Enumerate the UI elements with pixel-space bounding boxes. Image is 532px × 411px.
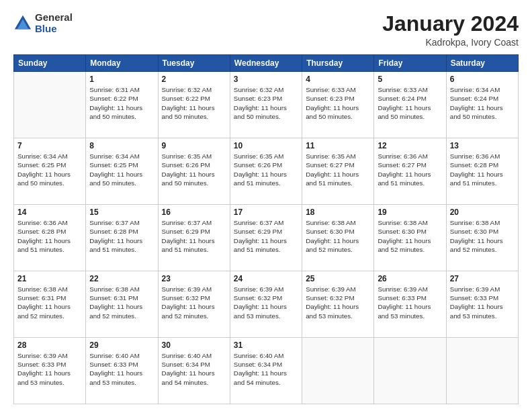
header-day-friday: Friday <box>374 55 446 72</box>
day-info-line: Daylight: 11 hours <box>378 104 431 111</box>
day-info-line: Sunset: 6:30 PM <box>306 228 354 235</box>
day-number: 14 <box>17 208 82 217</box>
day-info-line: Daylight: 11 hours <box>89 171 142 178</box>
day-info-line: Sunrise: 6:35 AM <box>162 152 212 160</box>
logo-general-text: General <box>35 12 73 24</box>
week-row-0: 1Sunrise: 6:31 AMSunset: 6:22 PMDaylight… <box>14 72 519 138</box>
day-number: 3 <box>234 75 298 84</box>
day-cell-26: 26Sunrise: 6:39 AMSunset: 6:33 PMDayligh… <box>374 271 446 338</box>
day-info-line: Daylight: 11 hours <box>162 237 215 244</box>
header-day-sunday: Sunday <box>14 55 86 72</box>
day-info-line: Daylight: 11 hours <box>234 303 287 310</box>
day-cell-21: 21Sunrise: 6:38 AMSunset: 6:31 PMDayligh… <box>14 271 86 338</box>
page: General Blue January 2024 Kadrokpa, Ivor… <box>0 0 532 411</box>
day-info-line: Sunrise: 6:33 AM <box>306 86 356 93</box>
day-number: 25 <box>306 274 370 283</box>
logo-icon <box>13 14 32 33</box>
day-info-line: Sunset: 6:23 PM <box>306 95 354 102</box>
day-info-line: Sunrise: 6:37 AM <box>234 219 284 226</box>
day-info-line: Daylight: 11 hours <box>234 369 287 377</box>
day-info-line: Sunset: 6:24 PM <box>450 95 498 102</box>
day-info: Sunrise: 6:33 AMSunset: 6:23 PMDaylight:… <box>306 85 370 121</box>
day-info-line: Sunrise: 6:39 AM <box>17 352 68 359</box>
day-info-line: Sunrise: 6:35 AM <box>234 152 284 160</box>
day-info-line: Sunset: 6:28 PM <box>89 228 138 235</box>
day-number: 26 <box>378 274 442 283</box>
day-info-line: Daylight: 11 hours <box>17 237 71 244</box>
day-info-line: and 53 minutes. <box>89 379 136 386</box>
day-info-line: Daylight: 11 hours <box>162 303 215 310</box>
day-cell-22: 22Sunrise: 6:38 AMSunset: 6:31 PMDayligh… <box>86 271 158 338</box>
day-number: 29 <box>89 340 154 350</box>
day-info-line: Sunset: 6:30 PM <box>450 228 498 235</box>
day-info-line: Sunrise: 6:34 AM <box>17 152 68 160</box>
day-info: Sunrise: 6:40 AMSunset: 6:34 PMDaylight:… <box>234 351 298 387</box>
day-info-line: and 53 minutes. <box>306 312 353 320</box>
day-info-line: Sunset: 6:32 PM <box>162 294 210 302</box>
day-number: 27 <box>450 274 515 283</box>
day-info-line: Sunset: 6:22 PM <box>162 95 210 102</box>
header-day-tuesday: Tuesday <box>158 55 230 72</box>
day-info: Sunrise: 6:40 AMSunset: 6:33 PMDaylight:… <box>89 351 154 387</box>
day-info-line: Sunset: 6:33 PM <box>17 361 66 368</box>
day-cell-3: 3Sunrise: 6:32 AMSunset: 6:23 PMDaylight… <box>230 72 302 138</box>
day-info-line: and 51 minutes. <box>162 246 209 253</box>
empty-cell <box>302 338 374 404</box>
day-info-line: Daylight: 11 hours <box>17 303 71 310</box>
day-info-line: and 52 minutes. <box>450 246 497 253</box>
day-info: Sunrise: 6:33 AMSunset: 6:24 PMDaylight:… <box>378 85 442 121</box>
day-info: Sunrise: 6:39 AMSunset: 6:33 PMDaylight:… <box>378 285 442 320</box>
day-info-line: and 52 minutes. <box>306 246 353 253</box>
day-info-line: Sunrise: 6:40 AM <box>234 352 284 359</box>
day-info-line: and 51 minutes. <box>234 179 281 187</box>
day-info-line: Sunrise: 6:40 AM <box>162 352 212 359</box>
day-info-line: and 54 minutes. <box>162 379 209 386</box>
day-info-line: Sunset: 6:32 PM <box>234 294 282 302</box>
day-info-line: Daylight: 11 hours <box>450 104 503 111</box>
day-number: 5 <box>378 75 442 84</box>
day-info-line: Sunset: 6:23 PM <box>234 95 282 102</box>
logo-text: General Blue <box>35 12 73 34</box>
day-info-line: Sunrise: 6:34 AM <box>89 152 140 160</box>
day-info-line: Sunset: 6:33 PM <box>450 294 498 302</box>
day-cell-25: 25Sunrise: 6:39 AMSunset: 6:32 PMDayligh… <box>302 271 374 338</box>
day-info-line: and 51 minutes. <box>306 179 353 187</box>
day-number: 4 <box>306 75 370 84</box>
day-info-line: Sunset: 6:29 PM <box>234 228 282 235</box>
day-info-line: and 50 minutes. <box>306 113 353 120</box>
day-info-line: Daylight: 11 hours <box>234 104 287 111</box>
day-info-line: Daylight: 11 hours <box>162 171 215 178</box>
day-cell-29: 29Sunrise: 6:40 AMSunset: 6:33 PMDayligh… <box>86 338 158 404</box>
day-info-line: and 50 minutes. <box>89 179 136 187</box>
day-number: 16 <box>162 208 226 217</box>
day-info-line: Daylight: 11 hours <box>89 303 142 310</box>
day-info-line: Sunset: 6:26 PM <box>162 161 210 169</box>
day-info: Sunrise: 6:39 AMSunset: 6:33 PMDaylight:… <box>450 285 515 320</box>
day-info-line: Sunset: 6:34 PM <box>162 361 210 368</box>
day-info-line: and 51 minutes. <box>234 246 281 253</box>
day-cell-27: 27Sunrise: 6:39 AMSunset: 6:33 PMDayligh… <box>446 271 518 338</box>
day-cell-30: 30Sunrise: 6:40 AMSunset: 6:34 PMDayligh… <box>158 338 230 404</box>
day-info: Sunrise: 6:38 AMSunset: 6:30 PMDaylight:… <box>450 218 515 254</box>
day-number: 24 <box>234 274 298 283</box>
day-info: Sunrise: 6:37 AMSunset: 6:28 PMDaylight:… <box>89 218 154 254</box>
day-info-line: and 50 minutes. <box>450 113 497 120</box>
day-info-line: and 50 minutes. <box>162 113 209 120</box>
empty-cell <box>14 72 86 138</box>
day-number: 13 <box>450 141 515 150</box>
day-info-line: Daylight: 11 hours <box>378 171 431 178</box>
calendar-table: SundayMondayTuesdayWednesdayThursdayFrid… <box>13 54 519 404</box>
day-info-line: Sunset: 6:22 PM <box>89 95 138 102</box>
day-info-line: Sunrise: 6:39 AM <box>378 285 428 293</box>
day-info: Sunrise: 6:38 AMSunset: 6:31 PMDaylight:… <box>89 285 154 320</box>
day-number: 21 <box>17 274 82 283</box>
day-info-line: Daylight: 11 hours <box>450 237 503 244</box>
day-cell-2: 2Sunrise: 6:32 AMSunset: 6:22 PMDaylight… <box>158 72 230 138</box>
day-info-line: and 52 minutes. <box>17 312 64 320</box>
day-number: 30 <box>162 340 226 350</box>
day-info: Sunrise: 6:39 AMSunset: 6:33 PMDaylight:… <box>17 351 82 387</box>
header-day-thursday: Thursday <box>302 55 374 72</box>
empty-cell <box>446 338 518 404</box>
day-info-line: and 53 minutes. <box>234 312 281 320</box>
day-info-line: Daylight: 11 hours <box>89 369 142 377</box>
